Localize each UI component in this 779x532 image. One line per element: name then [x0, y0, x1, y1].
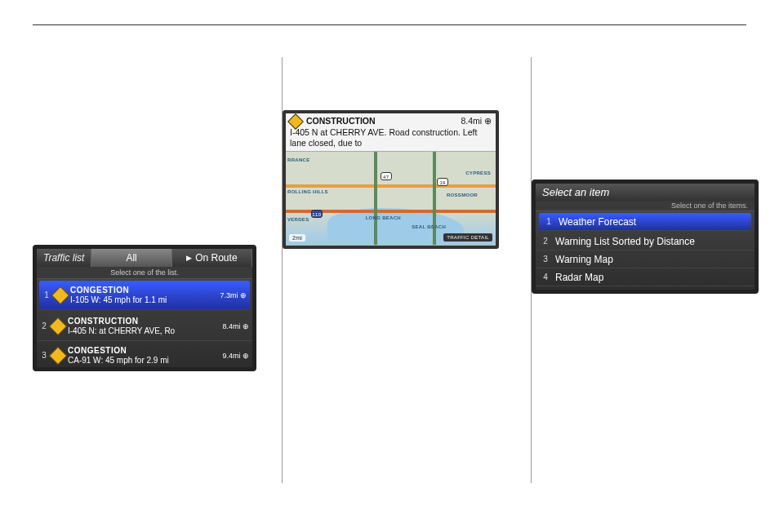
- traffic-list-rows: 1 CONGESTION I-105 W: 45 mph for 1.1 mi …: [37, 281, 252, 370]
- traffic-row[interactable]: 3 CONGESTION CA-91 W: 45 mph for 2.9 mi …: [37, 341, 252, 370]
- column-2: CONSTRUCTION 8.4mi ⊕ I-405 N at CHERRY A…: [282, 57, 519, 483]
- road-line: [286, 184, 496, 188]
- play-icon: ▶: [186, 254, 192, 262]
- tab-on-route[interactable]: ▶ On Route: [172, 249, 252, 267]
- item-label: Warning Map: [550, 254, 750, 265]
- item-number: 4: [541, 273, 550, 282]
- map-label: VERDES: [287, 217, 309, 222]
- traffic-row[interactable]: 1 CONGESTION I-105 W: 45 mph for 1.1 mi …: [39, 281, 250, 310]
- row-distance: 9.4mi ⊕: [219, 352, 249, 360]
- item-label: Weather Forecast: [554, 216, 746, 228]
- column-3: Select an item Select one of the items. …: [531, 57, 768, 483]
- menu-item-warning-map[interactable]: 3 Warning Map: [536, 250, 755, 268]
- tab-all-label: All: [126, 252, 136, 264]
- map-label: ROSSMOOR: [447, 193, 478, 197]
- row-body: CONGESTION I-105 W: 45 mph for 1.1 mi: [70, 286, 216, 305]
- page-divider: [33, 24, 746, 25]
- tab-all[interactable]: All: [91, 249, 171, 267]
- hazard-icon: [49, 346, 68, 365]
- row-type: CONGESTION: [68, 346, 219, 356]
- traffic-row[interactable]: 2 CONSTRUCTION I-405 N: at CHERRY AVE, R…: [37, 312, 252, 341]
- map-label: CYPRESS: [465, 171, 491, 175]
- map-canvas[interactable]: 47 19 110 RRANCE CYPRESS ROSSMOOR LONG B…: [286, 152, 496, 245]
- map-incident-banner: CONSTRUCTION 8.4mi ⊕ I-405 N at CHERRY A…: [286, 113, 496, 152]
- road-line: [374, 152, 377, 245]
- banner-body: I-405 N at CHERRY AVE. Road construction…: [290, 127, 492, 149]
- traffic-detail-button[interactable]: TRAFFIC DETAIL: [443, 233, 492, 242]
- item-label: Warning List Sorted by Distance: [550, 236, 750, 247]
- banner-type: CONSTRUCTION: [306, 116, 376, 126]
- column-1: Traffic list All ▶ On Route Select one o…: [33, 57, 269, 483]
- item-number: 1: [544, 217, 554, 226]
- map-label: RRANCE: [287, 157, 309, 162]
- menu-item-radar-map[interactable]: 4 Radar Map: [536, 268, 755, 286]
- row-number: 1: [42, 290, 51, 299]
- hazard-icon: [51, 286, 70, 304]
- row-number: 2: [40, 321, 48, 330]
- map-scale: 2mi: [289, 234, 305, 242]
- traffic-list-subtitle: Select one of the list.: [37, 267, 252, 279]
- map-label: SEAL BEACH: [412, 224, 446, 229]
- row-desc: CA-91 W: 45 mph for 2.9 mi: [68, 356, 219, 366]
- map-label: LONG BEACH: [366, 215, 401, 220]
- item-number: 2: [541, 237, 550, 246]
- banner-distance: 8.4mi ⊕: [461, 116, 492, 126]
- traffic-list-screen: Traffic list All ▶ On Route Select one o…: [33, 245, 256, 371]
- row-number: 3: [40, 351, 48, 360]
- route-shield: 110: [311, 210, 323, 218]
- route-shield: 19: [437, 178, 448, 186]
- map-label: ROLLING HILLS: [287, 189, 328, 194]
- map-detail-screen: CONSTRUCTION 8.4mi ⊕ I-405 N at CHERRY A…: [283, 110, 499, 249]
- select-item-screen: Select an item Select one of the items. …: [532, 180, 759, 294]
- row-desc: I-405 N: at CHERRY AVE, Ro: [68, 326, 219, 336]
- traffic-list-title: Traffic list: [37, 249, 91, 267]
- row-type: CONGESTION: [70, 286, 216, 295]
- menu-item-warning-list[interactable]: 2 Warning List Sorted by Distance: [536, 233, 755, 250]
- row-desc: I-105 W: 45 mph for 1.1 mi: [70, 295, 216, 305]
- hazard-icon: [49, 317, 68, 335]
- select-item-subtitle: Select one of the items.: [536, 201, 755, 211]
- route-shield: 47: [381, 172, 392, 180]
- row-distance: 8.4mi ⊕: [219, 322, 249, 330]
- tab-on-route-label: On Route: [195, 252, 237, 264]
- road-line: [433, 152, 436, 245]
- row-body: CONSTRUCTION I-405 N: at CHERRY AVE, Ro: [68, 317, 219, 336]
- select-item-title: Select an item: [536, 184, 755, 201]
- row-distance: 7.3mi ⊕: [216, 291, 247, 299]
- item-number: 3: [541, 255, 550, 264]
- traffic-list-header: Traffic list All ▶ On Route: [37, 249, 252, 267]
- menu-item-weather-forecast[interactable]: 1 Weather Forecast: [539, 213, 751, 231]
- row-type: CONSTRUCTION: [68, 317, 219, 326]
- row-body: CONGESTION CA-91 W: 45 mph for 2.9 mi: [68, 346, 219, 366]
- item-label: Radar Map: [550, 272, 750, 283]
